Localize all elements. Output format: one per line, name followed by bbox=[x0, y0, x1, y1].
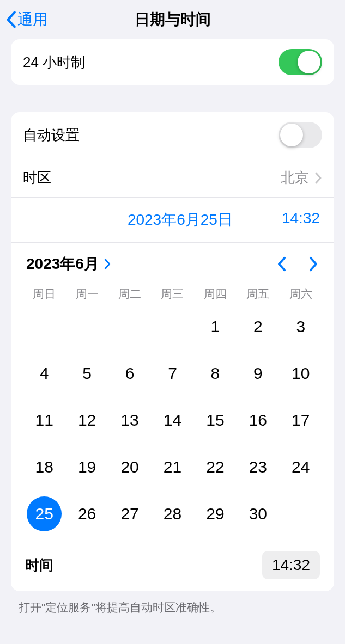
calendar-day[interactable]: 7 bbox=[151, 358, 193, 389]
month-picker-button[interactable]: 2023年6月 bbox=[26, 254, 111, 274]
current-time-button[interactable]: 14:32 bbox=[282, 210, 320, 230]
weekday-label: 周一 bbox=[65, 282, 108, 311]
calendar-day[interactable]: 1 bbox=[194, 311, 237, 342]
calendar-day[interactable]: 16 bbox=[237, 405, 279, 436]
toggle-24hour[interactable] bbox=[279, 49, 322, 75]
calendar-day[interactable]: 14 bbox=[151, 405, 193, 436]
row-time: 时间 14:32 bbox=[11, 543, 334, 591]
weekday-label: 周三 bbox=[151, 282, 193, 311]
row-timezone[interactable]: 时区 北京 bbox=[11, 158, 334, 197]
calendar-day[interactable]: 29 bbox=[194, 499, 237, 529]
next-month-button[interactable] bbox=[308, 256, 319, 272]
weekday-label: 周五 bbox=[237, 282, 279, 311]
footer-note: 打开"定位服务"将提高自动时区准确性。 bbox=[0, 597, 345, 615]
calendar-day[interactable]: 3 bbox=[280, 311, 322, 342]
chevron-left-icon bbox=[5, 11, 16, 28]
calendar-day[interactable]: 28 bbox=[151, 499, 193, 529]
calendar-day[interactable]: 30 bbox=[237, 499, 279, 529]
weekday-label: 周日 bbox=[23, 282, 65, 311]
prev-month-button[interactable] bbox=[276, 256, 287, 272]
calendar-nav bbox=[276, 256, 319, 272]
calendar-day[interactable]: 21 bbox=[151, 452, 193, 482]
calendar-day[interactable]: 9 bbox=[237, 358, 279, 389]
row-24hour: 24 小时制 bbox=[11, 39, 334, 85]
calendar-header: 2023年6月 bbox=[11, 242, 334, 282]
toggle-knob bbox=[280, 124, 303, 146]
weekday-label: 周六 bbox=[280, 282, 322, 311]
label-timezone: 时区 bbox=[23, 168, 281, 187]
chevron-right-icon bbox=[104, 258, 111, 270]
calendar-day[interactable]: 27 bbox=[108, 499, 151, 529]
back-label: 通用 bbox=[17, 9, 48, 30]
calendar-day[interactable]: 26 bbox=[65, 499, 108, 529]
section-24hour: 24 小时制 bbox=[11, 39, 334, 85]
calendar-day[interactable]: 4 bbox=[23, 358, 65, 389]
calendar-day[interactable]: 2 bbox=[237, 311, 279, 342]
time-picker-button[interactable]: 14:32 bbox=[262, 551, 320, 579]
calendar-day[interactable]: 17 bbox=[280, 405, 322, 436]
calendar-day[interactable]: 25 bbox=[23, 499, 65, 529]
calendar-day[interactable]: 15 bbox=[194, 405, 237, 436]
row-auto-set: 自动设置 bbox=[11, 112, 334, 158]
calendar-day[interactable]: 13 bbox=[108, 405, 151, 436]
calendar-day[interactable]: 19 bbox=[65, 452, 108, 482]
row-current-datetime: 2023年6月25日 14:32 bbox=[11, 197, 334, 242]
calendar-day[interactable]: 23 bbox=[237, 452, 279, 482]
calendar-day[interactable]: 5 bbox=[65, 358, 108, 389]
calendar-day[interactable]: 18 bbox=[23, 452, 65, 482]
calendar-day[interactable]: 22 bbox=[194, 452, 237, 482]
label-time: 时间 bbox=[25, 556, 262, 575]
back-button[interactable]: 通用 bbox=[5, 9, 48, 30]
calendar-day[interactable]: 20 bbox=[108, 452, 151, 482]
calendar-day[interactable]: 6 bbox=[108, 358, 151, 389]
toggle-auto-set[interactable] bbox=[279, 122, 322, 148]
current-date-button[interactable]: 2023年6月25日 bbox=[128, 210, 233, 230]
calendar-day[interactable]: 11 bbox=[23, 405, 65, 436]
calendar-day[interactable]: 12 bbox=[65, 405, 108, 436]
label-auto-set: 自动设置 bbox=[23, 126, 279, 145]
toggle-knob bbox=[298, 51, 320, 73]
calendar-day[interactable]: 10 bbox=[280, 358, 322, 389]
calendar-empty-cell bbox=[108, 311, 151, 342]
page-title: 日期与时间 bbox=[135, 9, 211, 30]
weekday-row: 周日周一周二周三周四周五周六 bbox=[11, 282, 334, 311]
chevron-right-icon bbox=[314, 171, 322, 185]
calendar-day[interactable]: 24 bbox=[280, 452, 322, 482]
label-24hour: 24 小时制 bbox=[23, 53, 279, 72]
weekday-label: 周四 bbox=[194, 282, 237, 311]
navbar: 通用 日期与时间 bbox=[0, 0, 345, 39]
calendar-empty-cell bbox=[65, 311, 108, 342]
section-datetime: 自动设置 时区 北京 2023年6月25日 14:32 2023年6月 bbox=[11, 112, 334, 591]
value-timezone: 北京 bbox=[281, 168, 309, 187]
calendar-day[interactable]: 8 bbox=[194, 358, 237, 389]
calendar-empty-cell bbox=[23, 311, 65, 342]
weekday-label: 周二 bbox=[108, 282, 151, 311]
calendar-empty-cell bbox=[151, 311, 193, 342]
calendar-grid: 1234567891011121314151617181920212223242… bbox=[11, 311, 334, 543]
month-label: 2023年6月 bbox=[26, 254, 99, 274]
